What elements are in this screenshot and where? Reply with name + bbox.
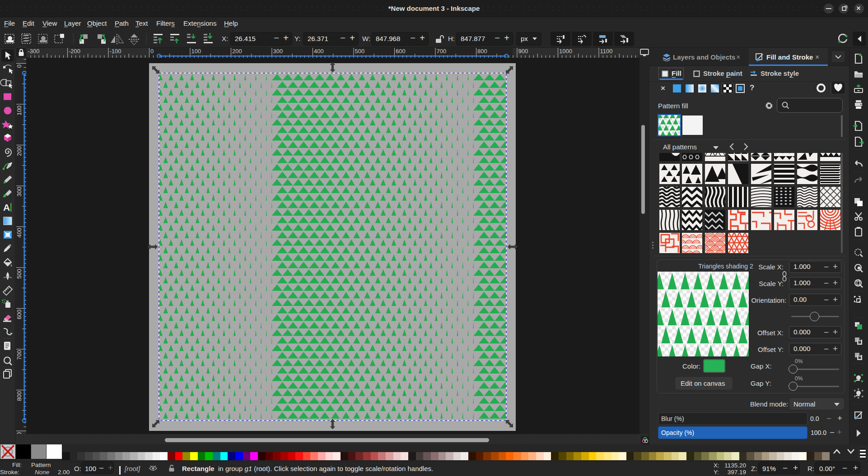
svg-text:500: 500: [16, 269, 23, 279]
svg-text:1000: 1000: [559, 48, 572, 55]
svg-text:-300: -300: [28, 48, 40, 55]
svg-text:200: 200: [16, 146, 23, 156]
svg-text:0: 0: [150, 48, 154, 55]
svg-text:800: 800: [477, 48, 487, 55]
svg-text:400: 400: [16, 228, 23, 238]
svg-text:1100: 1100: [600, 48, 613, 55]
svg-text:100: 100: [191, 48, 201, 55]
svg-text:-100: -100: [110, 48, 121, 55]
svg-text:200: 200: [232, 48, 242, 55]
svg-text:A: A: [3, 202, 10, 213]
svg-text:700: 700: [437, 48, 447, 55]
svg-text:-200: -200: [69, 48, 80, 55]
svg-text:300: 300: [273, 48, 283, 55]
svg-text:600: 600: [16, 310, 23, 319]
svg-text:0: 0: [16, 65, 23, 68]
svg-text:800: 800: [16, 391, 23, 401]
svg-text:900: 900: [518, 48, 528, 55]
svg-text:400: 400: [314, 48, 324, 55]
svg-text:100: 100: [16, 106, 23, 116]
svg-text:300: 300: [16, 187, 23, 197]
svg-text:700: 700: [16, 350, 23, 360]
svg-text:600: 600: [396, 48, 406, 55]
svg-text:500: 500: [355, 48, 365, 55]
